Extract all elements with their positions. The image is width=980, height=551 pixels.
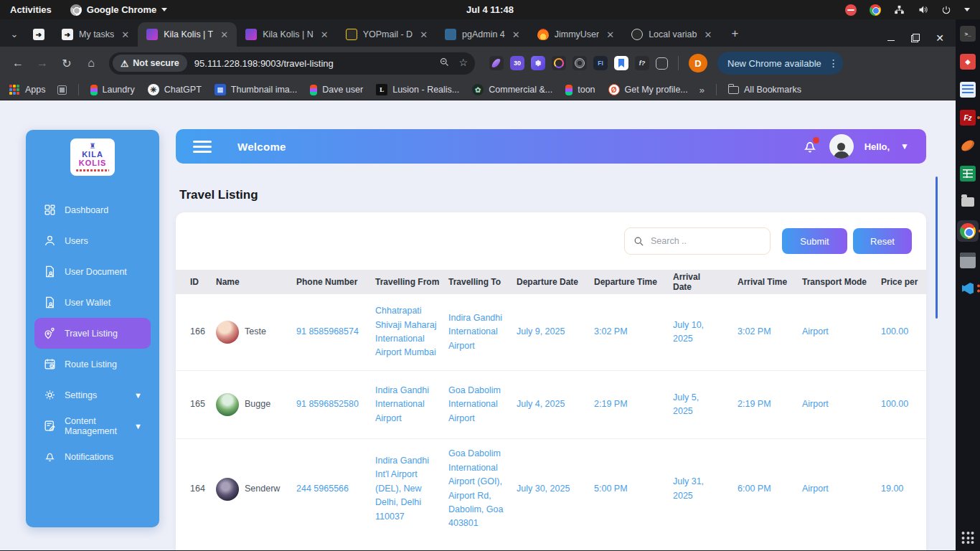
tab-close-icon[interactable]: ✕ [319, 29, 330, 40]
reset-button[interactable]: Reset [853, 228, 912, 254]
app-grid-button[interactable] [962, 532, 974, 544]
app-menu[interactable]: Google Chrome [70, 4, 168, 16]
bookmark-item[interactable]: Dave user [310, 85, 363, 95]
feather-extension-icon[interactable] [489, 56, 504, 70]
tab-search-button[interactable]: ⌄ [4, 24, 24, 44]
fx-extension-icon[interactable]: f? [635, 56, 649, 70]
browser-tab[interactable] [24, 22, 53, 47]
gedit-icon[interactable] [958, 251, 977, 270]
profile-avatar[interactable]: D [689, 54, 707, 72]
table-row[interactable]: 166Teste91 8585968574Chhatrapati Shivaji… [176, 294, 926, 370]
mail-app-icon[interactable] [958, 52, 977, 71]
dark-icon: ✿ [472, 84, 484, 95]
sidebar-item-users[interactable]: Users [34, 225, 151, 256]
window-restore-button[interactable] [911, 34, 920, 42]
update-chrome-button[interactable]: New Chrome available ⋮ [717, 52, 843, 75]
extensions-puzzle-icon[interactable] [656, 57, 668, 70]
sidebar-item-user-wallet[interactable]: User Wallet [34, 287, 151, 318]
page-scrollbar[interactable] [936, 176, 938, 319]
tab-close-icon[interactable]: ✕ [703, 29, 714, 40]
files-icon[interactable] [958, 192, 977, 211]
filezilla-icon[interactable]: Fz [958, 108, 977, 127]
browser-tab[interactable]: Local variab✕ [623, 22, 720, 47]
bookmarks-divider [78, 84, 79, 95]
bookmark-item[interactable]: toon [565, 85, 595, 95]
browser-tab[interactable]: Kila Kolis | T✕ [138, 22, 237, 47]
tab-groups-icon[interactable] [57, 85, 67, 95]
submit-button[interactable]: Submit [782, 228, 847, 254]
browser-tab[interactable]: My tasks✕ [53, 22, 138, 47]
tab-close-icon[interactable]: ✕ [418, 29, 429, 40]
notifications-bell-button[interactable] [801, 138, 819, 155]
all-bookmarks-button[interactable]: All Bookmarks [728, 85, 801, 95]
text-editor-icon[interactable] [958, 80, 977, 99]
snowflake-extension-icon[interactable]: ❄ [531, 56, 545, 70]
apps-shortcut[interactable]: Apps [9, 84, 46, 95]
cell-id: 166 [176, 325, 216, 339]
header-title: Welcome [237, 141, 286, 153]
bookmarks-overflow-button[interactable]: » [699, 85, 705, 95]
forward-button[interactable]: → [32, 52, 53, 74]
bookmark-item[interactable]: Laundry [90, 85, 135, 95]
bookmark-star-icon[interactable]: ☆ [458, 57, 468, 70]
globe-extension-icon[interactable] [573, 56, 587, 70]
security-chip[interactable]: ⚠ Not secure [113, 55, 187, 72]
fi-extension-icon[interactable]: FI [593, 56, 608, 70]
sidebar-item-content-management[interactable]: Content Management▼ [34, 410, 151, 441]
home-button[interactable]: ⌂ [80, 52, 102, 74]
sidebar-item-route-listing[interactable]: Route Listing [34, 349, 151, 380]
user-avatar[interactable] [829, 134, 854, 159]
table-row[interactable]: 165Bugge91 8596852580Indira Gandhi Inter… [176, 370, 926, 438]
calendar-30-extension-icon[interactable]: 30 [510, 56, 524, 70]
bookmark-item[interactable]: ✿Commercial &... [472, 84, 552, 95]
terminal-icon[interactable]: >_ [958, 24, 977, 43]
tab-close-icon[interactable]: ✕ [219, 29, 230, 40]
search-input[interactable] [651, 236, 751, 246]
browser-tab[interactable]: JimmyUser✕ [529, 22, 623, 47]
bookmark-item[interactable]: ØGet My profile... [608, 84, 688, 95]
sidebar-item-travel-listing[interactable]: Travel Listing [34, 318, 151, 349]
table-row[interactable]: 164Senderw244 5965566Indira Gandhi Int'l… [176, 438, 926, 539]
system-menu-caret-icon[interactable] [964, 8, 970, 11]
back-button[interactable]: ← [7, 52, 29, 74]
volume-icon[interactable] [918, 4, 928, 15]
activities-button[interactable]: Activities [10, 4, 52, 15]
window-close-button[interactable]: ✕ [936, 34, 944, 42]
search-box[interactable] [624, 227, 771, 255]
vscode-icon[interactable] [958, 279, 977, 298]
sidebar-item-settings[interactable]: Settings▼ [34, 380, 151, 410]
kila-kolis-logo[interactable]: ♜ KILA KOLIS [70, 138, 115, 176]
sidebar-item-dashboard[interactable]: Dashboard [34, 194, 151, 225]
tab-label: YOPmail - D [363, 29, 413, 39]
network-icon[interactable] [894, 4, 905, 15]
new-tab-button[interactable]: + [725, 24, 745, 44]
bookmark-item[interactable]: LLusion - Realis... [376, 84, 459, 95]
user-menu-chevron-icon[interactable]: ▼ [900, 141, 909, 151]
reload-button[interactable]: ↻ [56, 52, 77, 74]
bookmark-extension-icon[interactable] [614, 56, 628, 70]
row-avatar [216, 393, 239, 416]
tab-close-icon[interactable]: ✕ [120, 29, 131, 40]
bookmark-item[interactable]: ▤Thumbnail ima... [215, 84, 297, 95]
cell-dep_time: 3:02 PM [594, 325, 673, 339]
sidebar-item-user-document[interactable]: User Document [34, 256, 151, 287]
browser-tab[interactable]: Kila Kolis | N✕ [237, 22, 337, 47]
cell-arr_time: 2:19 PM [738, 397, 802, 411]
sidebar-item-label: Notifications [65, 452, 113, 462]
tab-close-icon[interactable]: ✕ [511, 29, 522, 40]
ring-extension-icon[interactable] [552, 56, 566, 70]
browser-menu-icon[interactable]: ⋮ [829, 57, 839, 69]
tab-close-icon[interactable]: ✕ [605, 29, 616, 40]
spreadsheet-icon[interactable] [958, 164, 977, 183]
window-minimize-button[interactable] [887, 34, 895, 42]
browser-tab[interactable]: YOPmail - D✕ [337, 22, 436, 47]
power-icon[interactable] [941, 5, 951, 15]
bookmark-item[interactable]: ✳ChatGPT [148, 84, 202, 95]
sidebar-item-notifications[interactable]: Notifications [34, 441, 151, 472]
zoom-icon[interactable] [439, 57, 450, 70]
pencil-app-icon[interactable] [958, 136, 977, 155]
address-bar[interactable]: ⚠ Not secure 95.111.228.198:9003/travel-… [109, 52, 475, 75]
browser-tab[interactable]: pgAdmin 4✕ [436, 22, 529, 47]
chrome-icon[interactable] [957, 220, 979, 242]
menu-toggle-button[interactable] [193, 141, 212, 153]
